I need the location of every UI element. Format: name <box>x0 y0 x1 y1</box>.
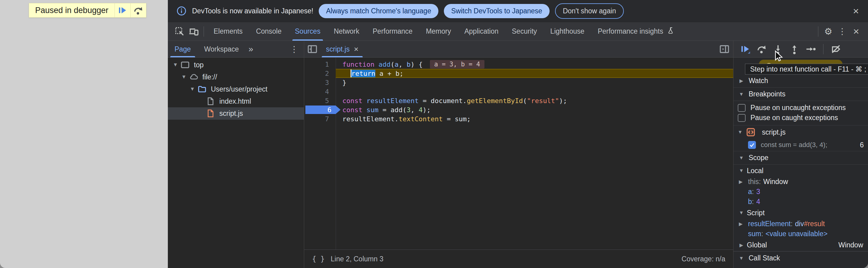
scope-property[interactable]: ▶resultElement: div#result <box>734 219 868 229</box>
step-icon[interactable] <box>804 42 818 56</box>
collapsed-arrow-icon[interactable]: ▶ <box>738 242 744 248</box>
device-toolbar-icon[interactable] <box>187 25 200 38</box>
dont-show-again-button[interactable]: Don't show again <box>555 3 624 19</box>
navigator-tab-page[interactable]: Page <box>168 41 197 57</box>
section-scope[interactable]: ▼Scope <box>734 151 868 165</box>
expanded-arrow-icon[interactable]: ▼ <box>738 210 744 215</box>
tree-item-file-[interactable]: ▼file:// <box>168 71 304 83</box>
close-tab-icon[interactable]: × <box>354 44 359 54</box>
property-value: Window <box>763 178 788 186</box>
line-number[interactable]: 5 <box>304 96 336 105</box>
code-line[interactable]: 5const resultElement = document.getEleme… <box>304 96 733 105</box>
step-over-button-overlay[interactable] <box>130 3 146 17</box>
tree-item-index.html[interactable]: index.html <box>168 95 304 107</box>
tab-sources[interactable]: Sources <box>288 22 327 41</box>
checkbox[interactable] <box>738 114 746 122</box>
resume-script-icon[interactable] <box>738 42 752 56</box>
step-out-icon[interactable] <box>787 42 801 56</box>
section-call-stack[interactable]: ▼Call Stack <box>734 251 868 265</box>
checkbox[interactable] <box>738 104 746 112</box>
expanded-arrow-icon[interactable]: ▼ <box>737 129 743 135</box>
code-token <box>342 70 350 77</box>
pretty-print-icon[interactable]: { } <box>312 255 325 263</box>
tab-performance-insights[interactable]: Performance insights <box>591 22 681 41</box>
expand-arrow-icon[interactable]: ▼ <box>188 86 197 92</box>
more-tabs-chevron-icon[interactable]: » <box>245 44 256 54</box>
deactivate-breakpoints-icon[interactable] <box>829 42 843 56</box>
collapsed-arrow-icon[interactable]: ▶ <box>738 78 744 84</box>
code-line[interactable]: 6const sum = add(3, 4); <box>304 105 733 114</box>
toggle-navigator-icon[interactable] <box>305 42 319 56</box>
breakpoint-checkbox[interactable] <box>748 141 756 149</box>
inspect-element-icon[interactable] <box>173 25 187 38</box>
tree-item-users-user-project[interactable]: ▼Users/user/project <box>168 83 304 95</box>
line-number[interactable]: 4 <box>304 87 336 96</box>
tab-performance[interactable]: Performance <box>366 22 419 41</box>
tab-application[interactable]: Application <box>458 22 505 41</box>
tab-lighthouse[interactable]: Lighthouse <box>544 22 591 41</box>
editor-tab-scriptjs[interactable]: script.js × <box>320 41 364 57</box>
more-options-kebab-icon[interactable]: ⋮ <box>835 25 849 38</box>
line-number[interactable]: 3 <box>304 78 336 87</box>
infobar-message: DevTools is now available in Japanese! <box>192 7 313 15</box>
source-code-view[interactable]: 1function add(a, b) {a = 3, b = 42 retur… <box>304 58 733 249</box>
step-over-icon[interactable] <box>755 42 769 56</box>
expanded-arrow-icon[interactable]: ▼ <box>738 92 744 97</box>
section-watch[interactable]: ▶Watch <box>734 74 868 88</box>
devtools-panel: DevTools is now available in Japanese! A… <box>168 0 868 268</box>
navigator-tab-workspace[interactable]: Workspace <box>197 41 246 57</box>
pause-option[interactable]: Pause on caught exceptions <box>734 113 868 123</box>
scope-property[interactable]: sum: <value unavailable> <box>734 229 868 239</box>
tab-elements[interactable]: Elements <box>207 22 249 41</box>
code-token: ); <box>559 97 567 105</box>
line-number[interactable]: 7 <box>304 114 336 123</box>
code-line[interactable]: 3} <box>304 78 733 87</box>
expanded-arrow-icon[interactable]: ▼ <box>738 168 744 173</box>
navigator-kebab-icon[interactable]: ⋮ <box>284 44 304 54</box>
section-label: Watch <box>749 77 768 85</box>
tree-item-script.js[interactable]: script.js <box>168 107 304 119</box>
settings-gear-icon[interactable]: ⚙ <box>822 25 835 38</box>
always-match-language-button[interactable]: Always match Chrome's language <box>319 4 438 18</box>
line-number[interactable]: 1 <box>304 60 336 69</box>
scope-property[interactable]: ▶this: Window <box>734 177 868 187</box>
code-line[interactable]: 2 return a + b; <box>304 69 733 78</box>
scope-group-local[interactable]: ▼Local <box>734 165 868 177</box>
breakpoint-marker[interactable]: 6 <box>305 106 341 114</box>
scope-group-script[interactable]: ▼Script <box>734 207 868 219</box>
tab-console[interactable]: Console <box>249 22 288 41</box>
code-token: "result" <box>527 97 559 105</box>
property-value: 3 <box>756 188 760 196</box>
switch-to-japanese-button[interactable]: Switch DevTools to Japanese <box>444 4 549 18</box>
selected-token: return <box>351 70 375 77</box>
scope-property[interactable]: a: 3 <box>734 187 868 197</box>
code-line-content: const sum = add(3, 4); <box>336 105 733 114</box>
editor-tab-strip: script.js × <box>304 41 733 58</box>
collapsed-arrow-icon[interactable]: ▶ <box>738 179 744 185</box>
line-number[interactable]: 6 <box>304 105 336 114</box>
pause-option[interactable]: Pause on uncaught exceptions <box>734 103 868 113</box>
infobar-close-icon[interactable]: × <box>851 6 861 16</box>
tab-memory[interactable]: Memory <box>419 22 458 41</box>
toggle-debugger-sidebar-icon[interactable] <box>717 42 731 56</box>
close-devtools-icon[interactable]: × <box>849 25 863 38</box>
tab-security[interactable]: Security <box>505 22 544 41</box>
expanded-arrow-icon[interactable]: ▼ <box>738 256 744 261</box>
tree-item-top[interactable]: ▼top <box>168 59 304 71</box>
code-line[interactable]: 1function add(a, b) {a = 3, b = 4 <box>304 60 733 69</box>
code-line[interactable]: 4 <box>304 87 733 96</box>
expand-arrow-icon[interactable]: ▼ <box>171 62 180 68</box>
expanded-arrow-icon[interactable]: ▼ <box>738 155 744 161</box>
expand-arrow-icon[interactable]: ▼ <box>179 74 188 80</box>
code-line[interactable]: 7resultElement.textContent = sum; <box>304 114 733 123</box>
breakpoint-entry[interactable]: const sum = add(3, 4);6 <box>734 139 868 151</box>
resume-script-button[interactable] <box>115 3 130 17</box>
collapsed-arrow-icon[interactable]: ▶ <box>738 221 744 227</box>
breakpoint-file-row[interactable]: ▼script.js <box>734 125 868 139</box>
scope-group-global[interactable]: ▶GlobalWindow <box>734 239 868 251</box>
breakpoint-code-snippet: const sum = add(3, 4); <box>761 141 828 149</box>
scope-property[interactable]: b: 4 <box>734 197 868 207</box>
line-number[interactable]: 2 <box>304 69 336 78</box>
section-breakpoints[interactable]: ▼Breakpoints <box>734 88 868 101</box>
tab-network[interactable]: Network <box>327 22 366 41</box>
